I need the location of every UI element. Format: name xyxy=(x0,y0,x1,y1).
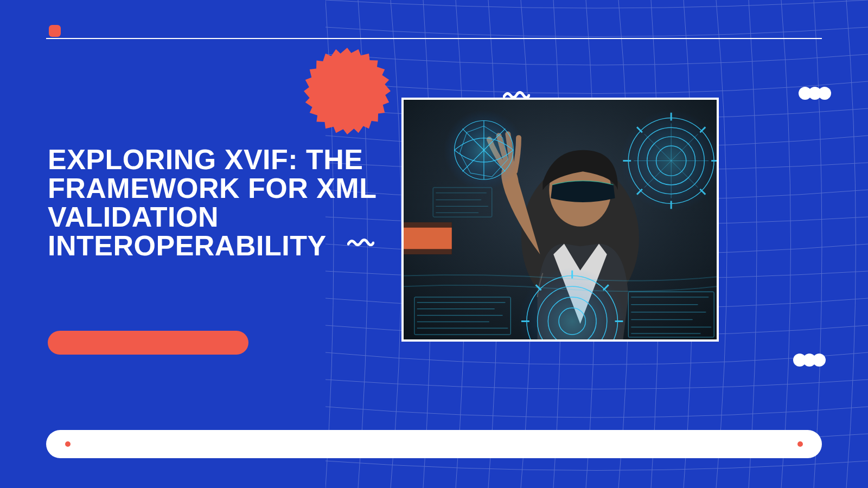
svg-rect-3 xyxy=(404,228,452,249)
squiggle-icon xyxy=(347,239,374,246)
dot-icon xyxy=(797,441,803,447)
svg-point-8 xyxy=(444,110,524,190)
starburst-icon xyxy=(304,48,391,134)
bottom-bar xyxy=(46,430,822,458)
blob-icon xyxy=(799,86,831,101)
svg-point-24 xyxy=(818,87,831,100)
accent-pill xyxy=(48,331,248,355)
hero-image xyxy=(401,98,719,342)
squiggle-icon xyxy=(503,91,530,99)
main-headline: EXPLORING XVIF: THE FRAMEWORK FOR XML VA… xyxy=(48,145,395,260)
dot-icon xyxy=(65,441,71,447)
logo-icon xyxy=(49,25,61,37)
blob-icon xyxy=(793,352,826,368)
divider-line xyxy=(46,38,822,39)
svg-point-27 xyxy=(813,354,826,367)
